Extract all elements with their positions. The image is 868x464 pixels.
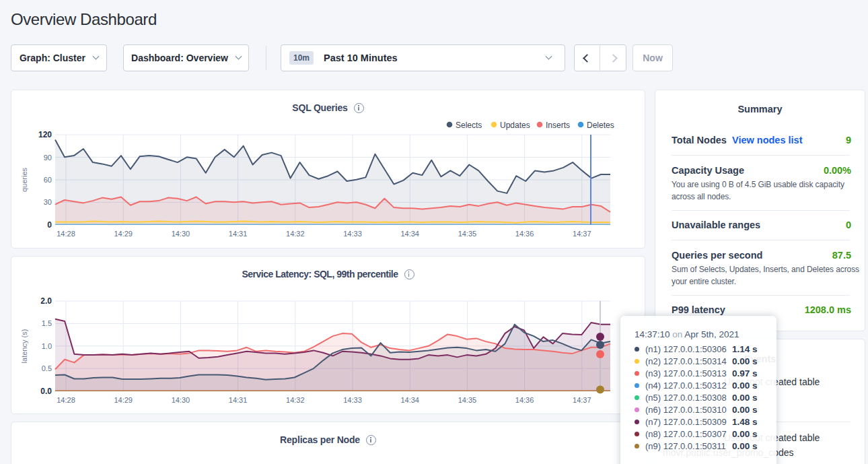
svg-text:14:29: 14:29 — [114, 396, 133, 404]
svg-text:Updates: Updates — [500, 121, 530, 130]
svg-text:14:36: 14:36 — [515, 230, 534, 238]
svg-text:2.0: 2.0 — [40, 296, 52, 306]
svg-text:14:32: 14:32 — [286, 396, 305, 404]
svg-text:14:37: 14:37 — [573, 230, 591, 238]
svg-text:14:32: 14:32 — [286, 230, 305, 238]
svg-text:14:35: 14:35 — [458, 230, 477, 238]
svg-text:14:30: 14:30 — [172, 396, 190, 404]
svg-text:120: 120 — [38, 130, 52, 139]
svg-text:1.5: 1.5 — [42, 319, 52, 327]
svg-text:0: 0 — [47, 220, 52, 230]
svg-text:14:33: 14:33 — [343, 230, 362, 238]
svg-text:14:36: 14:36 — [515, 396, 534, 404]
svg-text:14:31: 14:31 — [229, 396, 248, 404]
svg-text:Deletes: Deletes — [587, 121, 614, 130]
svg-text:14:28: 14:28 — [57, 396, 75, 404]
svg-text:0.0: 0.0 — [40, 387, 52, 396]
svg-text:14:33: 14:33 — [343, 396, 362, 404]
svg-text:Inserts: Inserts — [546, 121, 570, 130]
svg-text:0.5: 0.5 — [42, 364, 52, 372]
svg-text:14:35: 14:35 — [458, 396, 477, 404]
svg-text:Selects: Selects — [456, 121, 482, 130]
svg-text:queries: queries — [20, 167, 28, 192]
svg-text:14:37: 14:37 — [573, 396, 591, 404]
svg-text:14:30: 14:30 — [172, 230, 190, 238]
svg-text:90: 90 — [44, 154, 52, 162]
svg-text:latency (s): latency (s) — [20, 329, 28, 364]
svg-text:14:29: 14:29 — [114, 230, 133, 238]
svg-text:60: 60 — [44, 176, 52, 184]
svg-text:14:34: 14:34 — [400, 230, 419, 238]
svg-text:14:34: 14:34 — [400, 396, 419, 404]
svg-text:1.0: 1.0 — [42, 342, 52, 350]
svg-text:14:31: 14:31 — [229, 230, 248, 238]
svg-text:30: 30 — [44, 198, 52, 206]
svg-text:14:28: 14:28 — [57, 230, 75, 238]
